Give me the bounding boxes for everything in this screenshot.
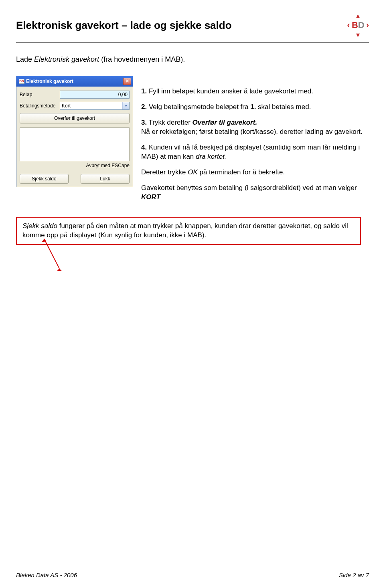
svg-marker-1: [57, 269, 62, 271]
method-value: Kort: [62, 103, 71, 109]
close-icon[interactable]: ✕: [123, 78, 131, 85]
logo: ▴ ‹ BD › ▾: [347, 12, 369, 38]
divider: [16, 42, 369, 43]
chevron-down-icon: ▾: [356, 31, 360, 38]
check-balance-button[interactable]: Sjekk saldo: [20, 174, 69, 184]
step-4b: Deretter trykke OK på terminalen for å b…: [141, 168, 369, 177]
dialog-title: Elektronisk gavekort: [26, 79, 73, 84]
step-3: 3. Trykk deretter Overfør til gavekort.N…: [141, 118, 369, 137]
step-5: Gavekortet benyttes som betaling (i salg…: [141, 184, 369, 202]
page-title: Elektronisk gavekort – lade og sjekke sa…: [16, 19, 232, 32]
footer-left: Bleken Data AS - 2006: [16, 572, 77, 578]
dialog-window: BD Elektronisk gavekort ✕ Beløp Betaling…: [16, 76, 133, 187]
esc-label: Avbryt med ESCape: [20, 163, 130, 168]
close-button[interactable]: Lukk: [81, 174, 130, 184]
method-select[interactable]: Kort ▾: [60, 102, 130, 110]
step-1: 1. Fyll inn beløpet kunden ønsker å lade…: [141, 87, 369, 96]
amount-label: Beløp: [20, 92, 60, 97]
chevron-down-icon: ▾: [122, 102, 129, 109]
step-4: 4. Kunden vil nå få beskjed på displayet…: [141, 143, 369, 162]
step-2: 2. Velg betalingsmetode beløpet fra 1. s…: [141, 103, 369, 112]
app-icon: BD: [19, 79, 24, 84]
intro-text: Lade Elektronisk gavekort (fra hovedmeny…: [16, 55, 369, 64]
callout-box: Sjekk saldo fungerer på den måten at man…: [16, 217, 361, 245]
transfer-button[interactable]: Overfør til gavekort: [20, 113, 130, 123]
message-area: [20, 127, 130, 161]
instructions: 1. Fyll inn beløpet kunden ønsker å lade…: [141, 76, 369, 208]
amount-input[interactable]: [60, 91, 130, 99]
chevron-up-icon: ▴: [356, 12, 360, 19]
method-label: Betalingsmetode: [20, 103, 60, 109]
footer-right: Side 2 av 7: [339, 572, 369, 578]
dialog-titlebar[interactable]: BD Elektronisk gavekort ✕: [16, 76, 133, 87]
